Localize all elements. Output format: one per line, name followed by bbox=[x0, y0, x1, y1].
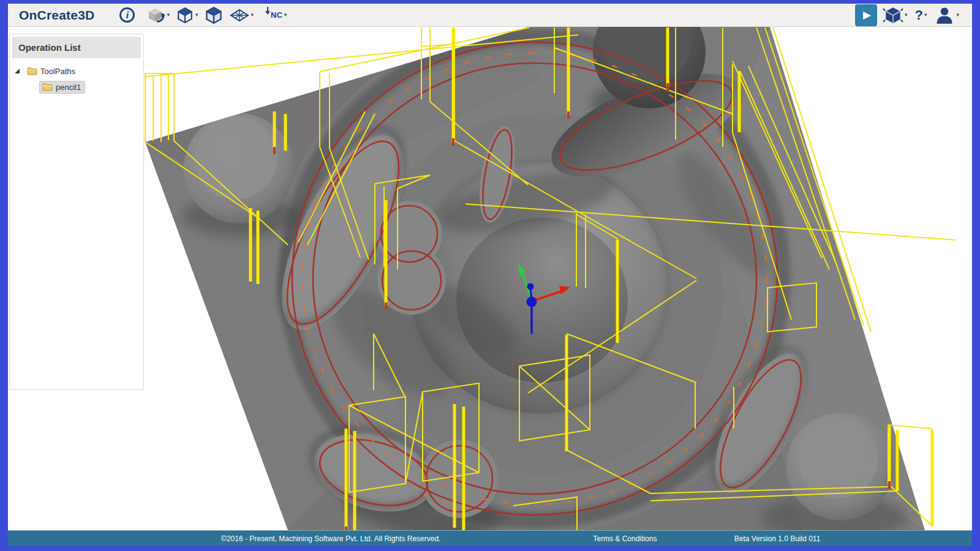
folder-icon bbox=[42, 83, 53, 91]
play-icon: ▶ bbox=[863, 9, 871, 21]
viewport-3d[interactable] bbox=[8, 27, 972, 530]
tree-item-label: ToolPaths bbox=[40, 67, 75, 76]
operation-tree: ToolPaths pencil1 bbox=[10, 58, 143, 95]
toolbar-left-group: i ▾ bbox=[118, 5, 288, 26]
nc-output-label: NC bbox=[271, 10, 283, 20]
terms-link[interactable]: Terms & Conditions bbox=[593, 534, 657, 543]
user-account-button[interactable]: ▾ bbox=[932, 5, 961, 26]
user-account-icon bbox=[934, 6, 955, 24]
version-text: Beta Version 1.0 Build 011 bbox=[734, 534, 821, 543]
verify-cube-button[interactable]: ▾ bbox=[881, 4, 910, 26]
chevron-down-icon: ▾ bbox=[195, 12, 198, 18]
machined-part-model bbox=[145, 27, 956, 530]
chevron-down-icon: ▾ bbox=[284, 12, 287, 18]
help-icon: ? bbox=[914, 7, 922, 23]
toolpath-cube-button[interactable]: ▾ bbox=[174, 6, 200, 25]
operation-list-title: Operation List bbox=[12, 37, 141, 58]
mesh-surface-icon bbox=[230, 9, 249, 22]
mesh-surface-button[interactable]: ▾ bbox=[228, 7, 255, 23]
chevron-down-icon: ▾ bbox=[956, 12, 959, 18]
tree-item-label: pencil1 bbox=[56, 83, 81, 92]
nc-plunge-icon bbox=[265, 7, 271, 17]
info-button[interactable]: i bbox=[118, 6, 137, 24]
stock-rotate-button[interactable]: ▾ bbox=[145, 6, 172, 25]
nc-output-button[interactable]: NC ▾ bbox=[263, 6, 288, 25]
chevron-down-icon: ▾ bbox=[924, 12, 927, 18]
help-button[interactable]: ? ▾ bbox=[913, 6, 929, 24]
chevron-down-icon: ▾ bbox=[167, 12, 170, 18]
toolpath-cube-icon bbox=[176, 7, 194, 24]
chevron-down-icon: ▾ bbox=[905, 12, 908, 18]
operation-list-panel: Operation List ToolPaths bbox=[9, 34, 144, 390]
main-area: Operation List ToolPaths bbox=[8, 27, 972, 530]
application-window: OnCreate3D i ▾ bbox=[0, 0, 980, 551]
chevron-down-icon: ▾ bbox=[251, 12, 254, 18]
stock-rotate-cube-icon bbox=[147, 7, 165, 24]
folder-icon bbox=[27, 67, 37, 75]
verify-cube-icon bbox=[883, 6, 903, 25]
copyright-text: ©2016 - Present, Machining Software Pvt.… bbox=[221, 534, 440, 543]
window-frame: OnCreate3D i ▾ bbox=[8, 4, 972, 546]
tree-item-toolpaths[interactable]: ToolPaths bbox=[10, 63, 143, 79]
simulation-cube-icon bbox=[204, 6, 224, 24]
info-icon: i bbox=[119, 7, 135, 23]
simulation-cube-button[interactable] bbox=[202, 5, 225, 26]
status-bar: ©2016 - Present, Machining Software Pvt.… bbox=[8, 530, 972, 546]
expand-arrow-icon[interactable] bbox=[15, 69, 20, 73]
app-logo: OnCreate3D bbox=[19, 8, 94, 23]
top-toolbar: OnCreate3D i ▾ bbox=[8, 4, 972, 27]
tree-item-pencil1[interactable]: pencil1 bbox=[10, 79, 143, 95]
toolbar-right-group: ▶ ▾ ? ▾ bbox=[855, 4, 961, 26]
play-button[interactable]: ▶ bbox=[855, 4, 877, 26]
